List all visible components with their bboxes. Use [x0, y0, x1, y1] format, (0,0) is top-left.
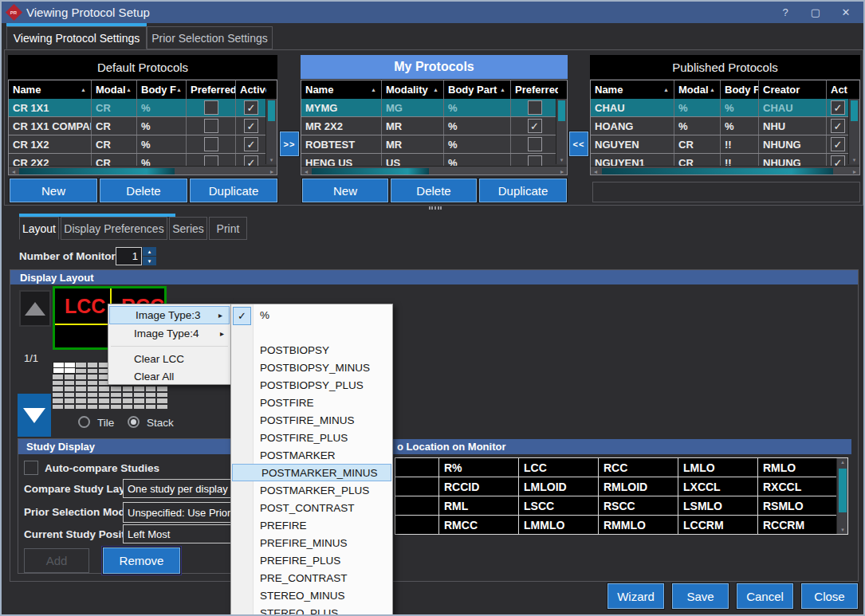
submenu-item[interactable]: PREFIRE: [231, 516, 392, 534]
submenu-item[interactable]: POSTFIRE_PLUS: [231, 429, 392, 446]
scroll-down-icon[interactable]: ▾: [556, 157, 567, 163]
col-header-body-part[interactable]: Body F▲: [721, 80, 759, 99]
preview-cell-lcc[interactable]: LCC: [65, 295, 105, 318]
submenu-item[interactable]: POSTMARKER_PLUS: [231, 481, 392, 499]
col-header-active[interactable]: Act: [827, 80, 849, 99]
splitter-handle[interactable]: [429, 206, 442, 210]
scroll-up-icon[interactable]: ▴: [837, 459, 848, 465]
close-icon[interactable]: ✕: [839, 6, 852, 18]
preferred-checkbox[interactable]: [528, 100, 542, 115]
my-delete-button[interactable]: Delete: [391, 179, 477, 202]
col-header-creator[interactable]: Creator: [759, 80, 827, 99]
submenu-item[interactable]: POSTMARKER: [231, 446, 392, 464]
table-row[interactable]: MYMG MG %: [301, 99, 558, 117]
my-new-button[interactable]: New: [302, 179, 388, 202]
table-row[interactable]: NGUYEN CR !! NHUNG ✓: [591, 135, 849, 154]
col-header-modality[interactable]: Modality▲: [382, 80, 444, 99]
scroll-right-icon[interactable]: ▸: [267, 167, 277, 176]
menu-item-image-type-4[interactable]: Image Type:4 ▸: [108, 324, 230, 343]
table-row[interactable]: HENG US US %: [301, 154, 558, 166]
preferred-checkbox[interactable]: [204, 100, 218, 115]
table-row[interactable]: CR 1X1 COMPAR CR % ✓: [9, 117, 266, 135]
scroll-left-icon[interactable]: ◂: [9, 167, 18, 176]
active-checkbox[interactable]: ✓: [831, 137, 845, 151]
monitor-up-button[interactable]: [19, 290, 51, 327]
cancel-button[interactable]: Cancel: [737, 583, 793, 609]
vertical-scrollbar[interactable]: ▴ ▾: [836, 458, 847, 534]
submenu-item[interactable]: STEREO_PLUS: [231, 604, 392, 616]
spin-up-icon[interactable]: ▲: [143, 247, 156, 256]
move-to-my-protocols-button[interactable]: >>: [280, 131, 299, 156]
default-duplicate-button[interactable]: Duplicate: [190, 179, 277, 202]
col-header-name[interactable]: Name▲: [301, 80, 382, 99]
menu-item-clear-lcc[interactable]: Clear LCC: [108, 350, 230, 367]
preferred-checkbox[interactable]: [204, 137, 218, 151]
monitor-down-button[interactable]: [18, 394, 51, 437]
tab-print[interactable]: Print: [209, 217, 247, 240]
col-header-preferred[interactable]: Preferred: [187, 80, 236, 99]
active-checkbox[interactable]: ✓: [244, 119, 258, 133]
col-header-modality[interactable]: Modal▲: [674, 80, 721, 99]
tab-viewing-protocol-settings[interactable]: Viewing Protocol Settings: [6, 26, 147, 49]
tile-radio[interactable]: [78, 416, 90, 428]
table-row[interactable]: CR 2X2 CR % ✓: [9, 154, 266, 166]
active-checkbox[interactable]: ✓: [831, 100, 845, 115]
table-row[interactable]: ROBTEST MR %: [301, 135, 558, 154]
wizard-button[interactable]: Wizard: [607, 583, 664, 609]
number-of-monitors-input[interactable]: 1: [116, 247, 142, 265]
col-header-name[interactable]: Name▲: [9, 80, 92, 99]
col-header-body-part[interactable]: Body F▲: [137, 80, 187, 99]
tab-display-preferences[interactable]: Display Preferences: [61, 217, 167, 240]
table-row[interactable]: CHAU % % CHAU ✓: [591, 99, 849, 117]
preferred-checkbox[interactable]: [528, 155, 542, 166]
scroll-left-icon[interactable]: ◂: [591, 167, 600, 176]
auto-compare-checkbox[interactable]: [24, 461, 38, 475]
submenu-item[interactable]: PRE_CONTRAST: [231, 569, 392, 587]
active-checkbox[interactable]: ✓: [244, 155, 258, 166]
preferred-checkbox[interactable]: [204, 119, 218, 133]
help-icon[interactable]: ?: [779, 6, 792, 18]
table-row[interactable]: CR 1X2 CR % ✓: [9, 135, 266, 154]
scroll-down-icon[interactable]: ▾: [266, 157, 277, 163]
submenu-item[interactable]: POSTFIRE_MINUS: [231, 411, 392, 429]
submenu-item[interactable]: POST_CONTRAST: [231, 499, 392, 516]
save-button[interactable]: Save: [672, 583, 729, 609]
menu-item-image-type-3[interactable]: Image Type:3 ▸: [109, 306, 230, 324]
scroll-down-icon[interactable]: ▾: [849, 157, 859, 163]
vertical-scrollbar[interactable]: ▾: [848, 99, 859, 164]
scroll-right-icon[interactable]: ▸: [557, 167, 567, 176]
col-header-preferred[interactable]: Preferred: [511, 80, 558, 99]
preferred-checkbox[interactable]: ✓: [528, 119, 542, 133]
horizontal-scrollbar[interactable]: ◂ ▸: [9, 166, 277, 175]
horizontal-scrollbar[interactable]: ◂ ▸: [591, 166, 859, 175]
default-delete-button[interactable]: Delete: [100, 179, 187, 202]
submenu-item[interactable]: PREFIRE_MINUS: [231, 534, 392, 551]
vertical-scrollbar[interactable]: ▾: [265, 99, 277, 164]
copy-from-published-button[interactable]: <<: [569, 131, 588, 156]
scroll-down-icon[interactable]: ▾: [837, 527, 848, 533]
preferred-checkbox[interactable]: [528, 137, 542, 151]
stack-radio[interactable]: [128, 416, 140, 428]
scroll-left-icon[interactable]: ◂: [301, 167, 311, 176]
submenu-item[interactable]: POSTBIOPSY_MINUS: [231, 359, 392, 376]
submenu-item[interactable]: PREFIRE_PLUS: [231, 551, 392, 569]
active-checkbox[interactable]: ✓: [244, 137, 258, 151]
vertical-scrollbar[interactable]: ▾: [556, 99, 567, 164]
default-new-button[interactable]: New: [10, 179, 97, 202]
table-row[interactable]: NGUYEN1 CR !! NHUNG ✓: [591, 154, 849, 166]
remove-button[interactable]: Remove: [103, 547, 180, 574]
col-header-active[interactable]: Active: [236, 80, 266, 99]
submenu-item-checked[interactable]: ✓ %: [231, 306, 392, 324]
tab-prior-selection-settings[interactable]: Prior Selection Settings: [147, 26, 273, 49]
tab-series[interactable]: Series: [169, 217, 207, 240]
table-row[interactable]: MR 2X2 MR % ✓: [301, 117, 558, 135]
active-checkbox[interactable]: ✓: [831, 155, 845, 166]
submenu-item[interactable]: POSTBIOPSY: [231, 341, 392, 359]
active-checkbox[interactable]: ✓: [244, 100, 258, 115]
col-header-body-part[interactable]: Body Part▲: [444, 80, 511, 99]
add-button[interactable]: Add: [24, 548, 89, 573]
menu-item-clear-all[interactable]: Clear All: [108, 367, 230, 385]
table-row[interactable]: HOANG % % NHU ✓: [591, 117, 849, 135]
submenu-item[interactable]: STEREO_MINUS: [231, 587, 392, 604]
active-checkbox[interactable]: ✓: [831, 119, 845, 133]
